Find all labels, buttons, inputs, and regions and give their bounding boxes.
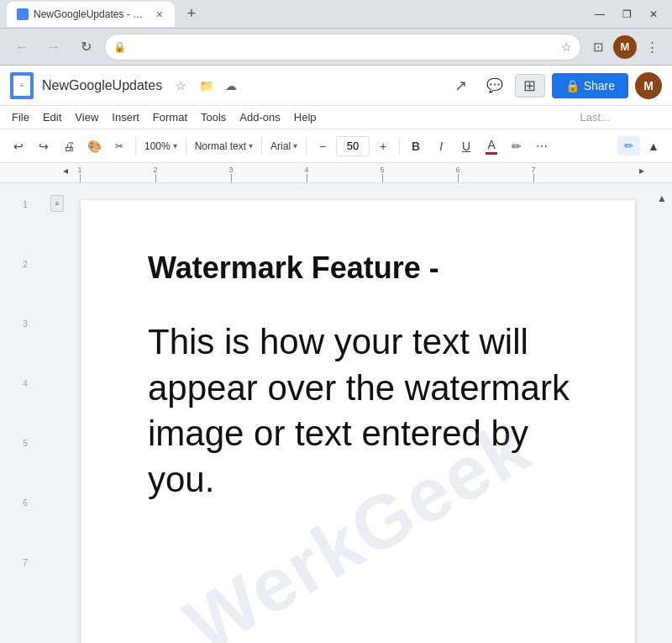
font-size-decrease-button[interactable]: −: [311, 134, 334, 158]
page-num-2: 2: [23, 260, 28, 269]
window-controls: — ❐ ✕: [588, 3, 665, 26]
text-color-button[interactable]: A: [480, 134, 503, 158]
profile-button[interactable]: M: [613, 35, 637, 59]
undo-button[interactable]: ↩: [7, 134, 30, 158]
document-title[interactable]: Watermark Feature -: [148, 250, 576, 286]
ruler-tick: 4: [307, 174, 307, 182]
menu-bar: File Edit View Insert Format Tools Add-o…: [0, 106, 672, 129]
close-button[interactable]: ✕: [642, 3, 665, 26]
font-size-increase-button[interactable]: +: [371, 134, 395, 158]
activity-button[interactable]: ↗: [448, 72, 475, 99]
cast-button[interactable]: ⊡: [586, 35, 610, 59]
menu-file[interactable]: File: [5, 108, 36, 127]
menu-addons[interactable]: Add-ons: [233, 108, 286, 127]
document-page[interactable]: WerkGeek Watermark Feature - This is how…: [81, 200, 635, 643]
font-size-value[interactable]: 50: [336, 136, 370, 156]
menu-tools[interactable]: Tools: [194, 108, 233, 127]
text-color-bar: [486, 152, 497, 155]
share-button[interactable]: 🔒 Share: [552, 73, 628, 98]
right-panel: ▲: [652, 183, 672, 643]
toolbar-divider-4: [306, 138, 307, 155]
bold-button[interactable]: B: [404, 134, 428, 158]
main-area: 1 2 3 4 5 6 7 ≡ WerkGeek Watermark Featu…: [0, 183, 672, 643]
highlight-button[interactable]: ✏: [505, 134, 528, 158]
minimize-button[interactable]: —: [588, 3, 612, 26]
meeting-button[interactable]: ⊞: [515, 74, 545, 98]
lock-icon: 🔒: [113, 41, 126, 53]
toolbar-divider-3: [261, 138, 262, 155]
menu-edit[interactable]: Edit: [36, 108, 68, 127]
page-num-6: 6: [23, 498, 28, 508]
ruler-tick: 1: [80, 174, 81, 182]
user-avatar[interactable]: M: [635, 72, 662, 99]
text-color-label: A: [487, 138, 495, 151]
text-style-select[interactable]: Normal text ▾: [191, 135, 257, 157]
new-tab-button[interactable]: +: [180, 3, 203, 26]
toolbar-divider-5: [399, 138, 400, 155]
ruler-tick: 6: [458, 174, 459, 182]
font-arrow-icon: ▾: [293, 141, 297, 150]
menu-view[interactable]: View: [68, 108, 105, 127]
menu-format[interactable]: Format: [146, 108, 194, 127]
browser-tab[interactable]: NewGoogleUpdates - Google D... ×: [7, 2, 175, 27]
docs-header: ≡ NewGoogleUpdates ☆ 📁 ☁ ↗ 💬 ⊞ 🔒 Share M: [0, 66, 672, 106]
page-thumbnail[interactable]: ≡: [50, 195, 64, 212]
ruler-inner: ◂ 1 2 3 4 5 6 7 ▸: [63, 163, 651, 182]
title-bar-left: NewGoogleUpdates - Google D... × +: [7, 2, 588, 27]
page-num-5: 5: [23, 439, 28, 448]
trim-button[interactable]: ✂: [108, 134, 131, 158]
more-button[interactable]: ⋮: [640, 35, 664, 59]
comments-button[interactable]: 💬: [481, 72, 508, 99]
docs-title-icons: ☆ 📁 ☁: [171, 76, 241, 96]
forward-button[interactable]: →: [40, 34, 67, 61]
ruler-tick: 3: [231, 174, 232, 182]
underline-button[interactable]: U: [454, 134, 478, 158]
font-select[interactable]: Arial ▾: [266, 135, 302, 157]
move-to-folder-button[interactable]: 📁: [196, 76, 216, 96]
docs-header-right: ↗ 💬 ⊞ 🔒 Share M: [448, 72, 662, 99]
docs-document-title[interactable]: NewGoogleUpdates: [42, 78, 162, 93]
cloud-save-button[interactable]: ☁: [221, 76, 241, 96]
more-formatting-button[interactable]: ⋯: [530, 134, 554, 158]
title-bar: NewGoogleUpdates - Google D... × + — ❐ ✕: [0, 0, 672, 29]
text-style-value: Normal text: [195, 140, 246, 152]
share-lock-icon: 🔒: [565, 79, 580, 92]
redo-button[interactable]: ↪: [32, 134, 55, 158]
collapse-toolbar-button[interactable]: ▲: [642, 134, 665, 158]
zoom-arrow-icon: ▾: [173, 141, 177, 150]
right-collapse-button[interactable]: ▲: [655, 192, 669, 205]
text-style-arrow-icon: ▾: [249, 141, 253, 150]
page-num-4: 4: [23, 379, 28, 388]
thumbnail-panel: ≡: [50, 183, 64, 643]
reload-button[interactable]: ↻: [72, 34, 99, 61]
maximize-button[interactable]: ❐: [615, 3, 638, 26]
pencil-icon: ✏: [624, 140, 633, 152]
back-button[interactable]: ←: [8, 34, 35, 61]
ruler-tick: 7: [533, 174, 534, 182]
star-icon[interactable]: ☆: [561, 40, 572, 54]
tab-close-button[interactable]: ×: [155, 6, 165, 23]
paint-format-button[interactable]: 🎨: [82, 134, 106, 158]
toolbar-right: ✏ ▲: [617, 134, 665, 158]
editing-mode-button[interactable]: ✏: [617, 136, 640, 155]
ruler-right-margin-icon[interactable]: ▸: [639, 165, 644, 177]
ruler: ◂ 1 2 3 4 5 6 7 ▸: [0, 163, 672, 183]
url-bar[interactable]: 🔒 ☆: [104, 34, 581, 61]
menu-help[interactable]: Help: [287, 108, 323, 127]
document-area[interactable]: WerkGeek Watermark Feature - This is how…: [64, 183, 652, 643]
tab-title: NewGoogleUpdates - Google D...: [34, 8, 150, 20]
share-label: Share: [584, 79, 615, 92]
menu-insert[interactable]: Insert: [105, 108, 146, 127]
page-numbers-sidebar: 1 2 3 4 5 6 7: [0, 183, 50, 643]
address-bar: ← → ↻ 🔒 ☆ ⊡ M ⋮: [0, 29, 672, 66]
tab-favicon: [17, 8, 29, 20]
zoom-select[interactable]: 100% ▾: [140, 135, 181, 157]
font-value: Arial: [270, 140, 291, 152]
italic-button[interactable]: I: [429, 134, 453, 158]
document-body[interactable]: This is how your text will appear over t…: [148, 319, 576, 503]
star-document-button[interactable]: ☆: [171, 76, 191, 96]
ruler-left-margin-icon[interactable]: ◂: [63, 165, 68, 177]
print-button[interactable]: 🖨: [57, 134, 81, 158]
docs-logo-icon: ≡: [13, 76, 30, 96]
last-edited-label: Last...: [580, 111, 613, 124]
